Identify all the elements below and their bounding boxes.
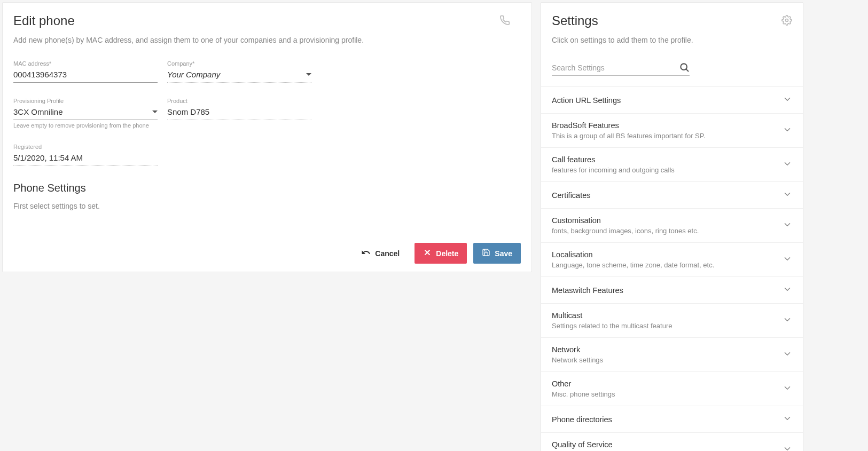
settings-group-item[interactable]: Quality of ServiceSettings for QoS monit… <box>541 433 803 451</box>
settings-group-text: Quality of ServiceSettings for QoS monit… <box>552 440 783 451</box>
chevron-down-icon <box>783 220 792 231</box>
settings-group-sub: features for incoming and outgoing calls <box>552 166 777 174</box>
settings-group-text: Customisationfonts, background images, i… <box>552 216 783 235</box>
settings-group-text: Call featuresfeatures for incoming and o… <box>552 155 783 174</box>
chevron-down-icon <box>783 94 792 106</box>
chevron-down-icon <box>783 414 792 425</box>
settings-group-text: OtherMisc. phone settings <box>552 379 783 398</box>
edit-phone-subtitle: Add new phone(s) by MAC address, and ass… <box>13 36 521 44</box>
settings-group-item[interactable]: Action URL Settings <box>541 87 803 114</box>
settings-group-title: Network <box>552 345 777 354</box>
settings-group-item[interactable]: Certificates <box>541 182 803 209</box>
chevron-down-icon <box>783 315 792 326</box>
settings-group-sub: Misc. phone settings <box>552 390 777 398</box>
chevron-down-icon <box>783 125 792 136</box>
product-label: Product <box>167 98 311 104</box>
edit-phone-panel: Edit phone Add new phone(s) by MAC addre… <box>2 2 532 272</box>
settings-group-sub: Settings related to the multicast featur… <box>552 322 777 330</box>
save-icon <box>482 248 490 258</box>
settings-group-text: Metaswitch Features <box>552 286 783 295</box>
chevron-down-icon <box>306 73 311 76</box>
registered-label: Registered <box>13 144 158 150</box>
edit-phone-title: Edit phone <box>13 13 75 28</box>
profile-label: Provisioning Profile <box>13 98 158 104</box>
settings-group-item[interactable]: LocalisationLanguage, tone scheme, time … <box>541 243 803 277</box>
profile-select[interactable]: 3CX Omniline <box>13 105 158 120</box>
gear-icon[interactable] <box>781 15 792 27</box>
mac-input[interactable] <box>13 68 158 83</box>
settings-group-item[interactable]: NetworkNetwork settings <box>541 338 803 372</box>
company-label: Company* <box>167 60 311 67</box>
search-icon[interactable] <box>679 62 690 74</box>
settings-group-sub: Network settings <box>552 356 777 364</box>
settings-group-text: Action URL Settings <box>552 96 783 105</box>
delete-button[interactable]: Delete <box>415 243 467 264</box>
undo-icon <box>361 248 371 259</box>
chevron-down-icon <box>783 383 792 394</box>
mac-field-wrap: MAC address* <box>13 60 158 83</box>
chevron-down-icon <box>783 159 792 170</box>
phone-icon <box>499 15 510 27</box>
search-field[interactable] <box>552 60 690 76</box>
settings-panel: Settings Click on settings to add them t… <box>541 2 803 451</box>
settings-group-title: Call features <box>552 155 777 164</box>
chevron-down-icon <box>783 254 792 265</box>
settings-group-item[interactable]: OtherMisc. phone settings <box>541 372 803 406</box>
settings-group-sub: fonts, background images, icons, ring to… <box>552 227 777 235</box>
settings-group-title: Quality of Service <box>552 440 777 449</box>
company-value: Your Company <box>167 70 220 79</box>
settings-group-list: Action URL SettingsBroadSoft FeaturesThi… <box>541 86 803 451</box>
mac-label: MAC address* <box>13 60 158 67</box>
settings-group-title: Action URL Settings <box>552 96 777 105</box>
settings-group-item[interactable]: Customisationfonts, background images, i… <box>541 209 803 243</box>
product-input[interactable] <box>167 105 311 120</box>
registered-input <box>13 151 158 166</box>
registered-field-wrap: Registered <box>13 144 158 166</box>
settings-group-text: BroadSoft FeaturesThis is a group of all… <box>552 121 783 140</box>
settings-title: Settings <box>552 13 598 28</box>
settings-group-title: Phone directories <box>552 415 777 424</box>
settings-group-title: Customisation <box>552 216 777 225</box>
save-label: Save <box>495 249 512 258</box>
settings-group-title: BroadSoft Features <box>552 121 777 130</box>
phone-settings-title: Phone Settings <box>13 182 521 194</box>
product-field-wrap: Product <box>167 98 311 129</box>
svg-point-2 <box>786 19 788 21</box>
settings-group-sub: This is a group of all BS features impor… <box>552 132 777 140</box>
profile-hint: Leave empty to remove provisioning from … <box>13 122 158 129</box>
settings-group-title: Certificates <box>552 191 777 200</box>
save-button[interactable]: Save <box>473 243 521 264</box>
svg-line-4 <box>686 69 689 71</box>
phone-settings-subtitle: First select settings to set. <box>13 202 521 210</box>
settings-group-title: Localisation <box>552 250 777 259</box>
chevron-down-icon <box>783 349 792 360</box>
chevron-down-icon <box>783 444 792 451</box>
profile-field-wrap: Provisioning Profile 3CX Omniline Leave … <box>13 98 158 129</box>
settings-group-item[interactable]: MulticastSettings related to the multica… <box>541 304 803 338</box>
settings-group-title: Multicast <box>552 311 777 320</box>
close-icon <box>423 248 432 258</box>
settings-group-text: MulticastSettings related to the multica… <box>552 311 783 330</box>
cancel-label: Cancel <box>375 249 400 258</box>
search-input[interactable] <box>552 60 679 75</box>
settings-group-item[interactable]: Metaswitch Features <box>541 277 803 304</box>
company-select[interactable]: Your Company <box>167 68 311 83</box>
settings-group-item[interactable]: BroadSoft FeaturesThis is a group of all… <box>541 114 803 148</box>
profile-value: 3CX Omniline <box>13 107 63 116</box>
cancel-button[interactable]: Cancel <box>353 242 408 264</box>
settings-group-title: Other <box>552 379 777 388</box>
chevron-down-icon <box>152 110 158 113</box>
delete-label: Delete <box>436 249 458 258</box>
settings-group-sub: Language, tone scheme, time zone, date f… <box>552 261 777 269</box>
settings-group-item[interactable]: Phone directories <box>541 406 803 433</box>
chevron-down-icon <box>783 284 792 296</box>
settings-group-text: NetworkNetwork settings <box>552 345 783 364</box>
settings-group-text: Certificates <box>552 191 783 200</box>
settings-group-text: Phone directories <box>552 415 783 424</box>
settings-group-item[interactable]: Call featuresfeatures for incoming and o… <box>541 148 803 182</box>
settings-group-title: Metaswitch Features <box>552 286 777 295</box>
company-field-wrap: Company* Your Company <box>167 60 311 83</box>
settings-group-text: LocalisationLanguage, tone scheme, time … <box>552 250 783 269</box>
settings-subtitle: Click on settings to add them to the pro… <box>541 36 803 44</box>
action-bar: Cancel Delete Save <box>13 242 521 264</box>
